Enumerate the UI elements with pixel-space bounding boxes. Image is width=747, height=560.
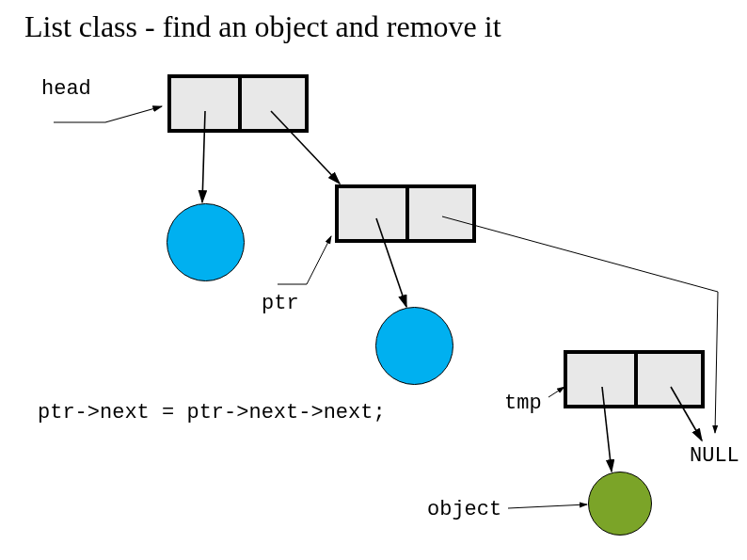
code-line: ptr->next = ptr->next->next; bbox=[38, 401, 386, 424]
object-circle-2 bbox=[375, 307, 453, 385]
diagram-canvas: List class - find an object and remove i… bbox=[0, 0, 747, 560]
node-1 bbox=[167, 74, 309, 133]
arrow-head-to-node1 bbox=[54, 106, 162, 122]
arrow-object-to-circle bbox=[508, 504, 587, 508]
ptr-label: ptr bbox=[262, 292, 299, 315]
node-1-divider bbox=[238, 78, 242, 129]
object-circle-3 bbox=[588, 472, 652, 536]
node-2-divider bbox=[405, 188, 409, 239]
object-circle-1 bbox=[167, 203, 245, 281]
arrow-ptr-to-node2 bbox=[278, 236, 331, 284]
tmp-label: tmp bbox=[504, 392, 542, 415]
arrow-tmp-to-node3 bbox=[548, 387, 564, 397]
head-label: head bbox=[41, 77, 91, 101]
page-title: List class - find an object and remove i… bbox=[24, 9, 501, 44]
object-label: object bbox=[427, 498, 501, 521]
node-3-divider bbox=[634, 354, 638, 405]
null-label: NULL bbox=[690, 444, 739, 468]
node-3 bbox=[564, 350, 705, 408]
node-2 bbox=[335, 184, 476, 243]
